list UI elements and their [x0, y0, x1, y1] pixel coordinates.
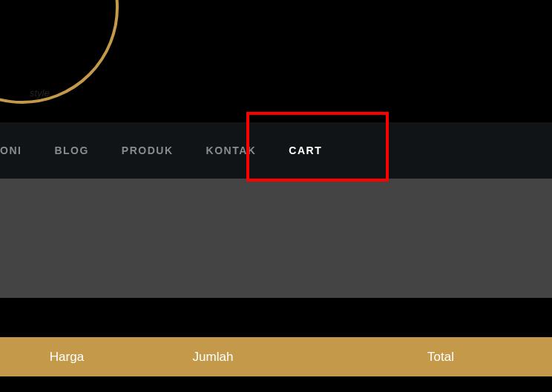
nav-item-cart[interactable]: CART	[272, 122, 338, 179]
page-hero-band	[0, 179, 552, 298]
logo-subtag: style	[30, 87, 50, 99]
nav-item-produk[interactable]: PRODUK	[105, 122, 190, 179]
cart-column-jumlah: Jumlah	[96, 350, 329, 365]
nav-item-kontak[interactable]: KONTAK	[190, 122, 273, 179]
cart-table-header: Harga Jumlah Total	[0, 337, 552, 376]
nav-item-testimoni[interactable]: ONI	[0, 122, 38, 179]
main-navbar: ONI BLOG PRODUK KONTAK CART	[0, 122, 552, 179]
header-area: FERING NFIDENT style	[0, 0, 552, 122]
logo-badge: FERING NFIDENT	[0, 0, 119, 104]
bottom-fill	[0, 376, 552, 392]
cart-column-total: Total	[329, 350, 552, 365]
nav-item-blog[interactable]: BLOG	[38, 122, 105, 179]
spacer	[0, 298, 552, 337]
